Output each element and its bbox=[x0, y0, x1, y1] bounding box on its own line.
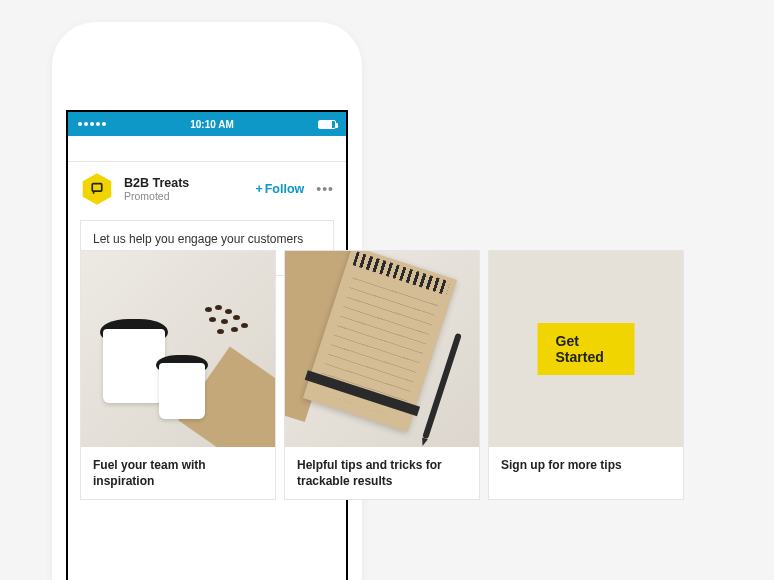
svg-marker-0 bbox=[83, 173, 112, 204]
get-started-button[interactable]: Get Started bbox=[538, 323, 635, 375]
status-bar: 10:10 AM bbox=[68, 112, 346, 136]
carousel-card-1[interactable]: Fuel your team with inspiration bbox=[80, 250, 276, 500]
plus-icon: + bbox=[255, 182, 262, 196]
more-icon[interactable]: ••• bbox=[316, 181, 334, 197]
card-image: Get Started bbox=[489, 251, 683, 447]
advertiser-name: B2B Treats bbox=[124, 176, 255, 190]
follow-label: Follow bbox=[265, 182, 305, 196]
battery-icon bbox=[318, 120, 336, 129]
carousel[interactable]: Fuel your team with inspiration Helpful … bbox=[80, 250, 684, 500]
promoted-tag: Promoted bbox=[124, 190, 255, 202]
card-image bbox=[81, 251, 275, 447]
carousel-card-2[interactable]: Helpful tips and tricks for trackable re… bbox=[284, 250, 480, 500]
post-header: B2B Treats Promoted + Follow ••• bbox=[68, 162, 346, 216]
card-caption: Sign up for more tips bbox=[489, 447, 683, 495]
card-caption: Helpful tips and tricks for trackable re… bbox=[285, 447, 479, 499]
card-caption: Fuel your team with inspiration bbox=[81, 447, 275, 499]
card-image bbox=[285, 251, 479, 447]
follow-button[interactable]: + Follow bbox=[255, 182, 304, 196]
advertiser-logo[interactable] bbox=[80, 172, 114, 206]
advertiser-info[interactable]: B2B Treats Promoted bbox=[124, 176, 255, 202]
nav-bar bbox=[68, 136, 346, 162]
signal-dots-icon bbox=[78, 122, 106, 126]
carousel-card-3[interactable]: Get Started Sign up for more tips bbox=[488, 250, 684, 500]
status-time: 10:10 AM bbox=[190, 119, 234, 130]
